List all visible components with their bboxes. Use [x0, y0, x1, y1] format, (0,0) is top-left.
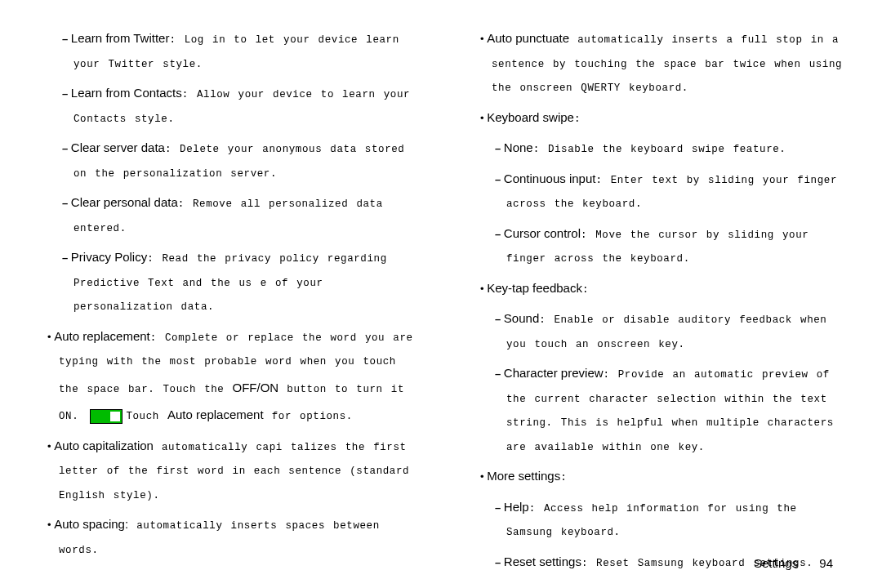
term: Clear personal data: [71, 195, 178, 209]
item-continuous-input: Continuous input: Enter text by sliding …: [495, 165, 849, 216]
term: Continuous input: [504, 172, 596, 185]
item-clear-server: Clear server data: Delete your anonymous…: [62, 134, 416, 185]
offon-label: OFF/ON: [233, 381, 279, 394]
item-learn-contacts: Learn from Contacts: Allow your device t…: [62, 79, 416, 131]
term: Keyboard swipe: [487, 110, 574, 124]
term: Learn from Twitter: [71, 31, 170, 45]
page-content: Learn from Twitter: Log in to let your d…: [0, 0, 882, 539]
term: Reset settings: [504, 555, 581, 568]
item-help: Help: Access help information for using …: [495, 493, 849, 545]
left-column: Learn from Twitter: Log in to let your d…: [33, 24, 416, 523]
desc: : Access help information for using the …: [506, 503, 797, 539]
right-column: Auto punctuate automatically inserts a f…: [466, 24, 849, 523]
term: Learn from Contacts: [71, 86, 182, 100]
item-auto-cap: Auto capitalization automatically capi t…: [47, 432, 416, 508]
item-cursor-control: Cursor control: Move the cursor by slidi…: [495, 220, 849, 271]
desc: :: [574, 114, 581, 125]
term: Auto replacement: [54, 329, 150, 343]
desc: :: [582, 284, 589, 296]
desc: Touch: [126, 411, 167, 422]
item-auto-spacing: Auto spacing: automatically inserts spac…: [47, 510, 416, 562]
desc: :: [560, 472, 567, 483]
term: Key-tap feedback: [487, 281, 582, 295]
term: Privacy Policy: [71, 250, 147, 264]
item-character-preview: Character preview: Provide an automatic …: [495, 359, 849, 459]
desc: : Provide an automatic preview of the cu…: [506, 369, 834, 453]
term: Cursor control: [504, 226, 581, 240]
item-keyboard-swipe: Keyboard swipe:: [480, 104, 849, 131]
item-privacy: Privacy Policy: Read the privacy policy …: [62, 243, 416, 319]
term: Auto punctuate: [487, 31, 569, 45]
desc: : Enable or disable auditory feedback wh…: [506, 314, 826, 350]
term: None: [504, 140, 533, 154]
toggle-on-icon: [90, 409, 122, 424]
desc: : Disable the keyboard swipe feature.: [533, 144, 786, 155]
term: Sound: [504, 311, 539, 325]
term: Clear server data: [71, 140, 165, 154]
term: Character preview: [504, 366, 604, 380]
term: Help: [504, 500, 529, 514]
page-footer: Settings 94: [754, 556, 833, 570]
item-clear-personal: Clear personal data: Remove all personal…: [62, 189, 416, 240]
item-keytap-feedback: Key-tap feedback:: [480, 274, 849, 302]
item-auto-replacement: Auto replacement: Complete or replace th…: [47, 323, 416, 429]
item-none: None: Disable the keyboard swipe feature…: [495, 134, 849, 162]
footer-label: Settings: [754, 556, 798, 570]
term: Auto replacement: [167, 408, 264, 421]
page-number: 94: [819, 556, 833, 570]
term: Auto capitalization: [54, 439, 154, 452]
item-more-settings: More settings:: [480, 462, 849, 490]
term: More settings: [487, 469, 560, 483]
desc: for options.: [264, 411, 353, 422]
item-sound: Sound: Enable or disable auditory feedba…: [495, 305, 849, 356]
item-learn-twitter: Learn from Twitter: Log in to let your d…: [62, 24, 416, 76]
item-auto-punctuate: Auto punctuate automatically inserts a f…: [480, 24, 849, 100]
term: Auto spacing:: [54, 517, 128, 531]
